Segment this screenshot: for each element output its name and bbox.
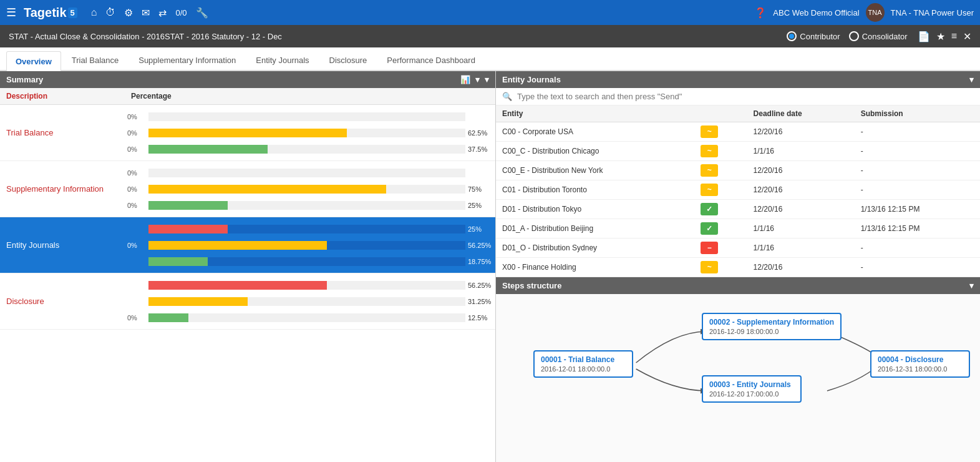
- bar-pct-s2: 0%: [127, 202, 146, 209]
- status-badge: ✓: [701, 203, 718, 215]
- wrench-icon[interactable]: 🔧: [196, 7, 208, 19]
- logo-version: 5: [68, 7, 77, 18]
- collapse-steps-icon[interactable]: ▾: [969, 281, 974, 290]
- tab-trial-balance[interactable]: Trial Balance: [62, 50, 128, 70]
- tab-disclosure[interactable]: Disclosure: [320, 50, 377, 70]
- bar-pct-s0: 0%: [127, 169, 146, 177]
- table-row: C00_E - Distribution New York ~ 12/20/16…: [496, 161, 980, 180]
- entity-submission: 1/13/16 12:15 PM: [855, 219, 980, 238]
- entity-deadline: 1/1/16: [747, 142, 855, 161]
- bar-line-s2: 0% 75%: [125, 182, 495, 196]
- dropdown-icon[interactable]: ▾: [475, 75, 480, 84]
- help-icon[interactable]: ❓: [754, 7, 767, 19]
- avatar: TNA: [866, 3, 885, 22]
- chart-icon[interactable]: 📊: [460, 75, 470, 84]
- consolidator-radio[interactable]: [849, 31, 859, 41]
- menu-icon[interactable]: ☰: [6, 6, 16, 19]
- entity-deadline: 12/20/16: [747, 161, 855, 180]
- entity-status: ~: [694, 180, 747, 200]
- steps-header: Steps structure ▾: [496, 277, 980, 294]
- entity-name: D01_O - Distribution Sydney: [496, 238, 694, 258]
- logo: Tagetik 5: [24, 6, 77, 20]
- left-panel: Summary 📊 ▾ ▾ Description Percentage Tri…: [0, 71, 496, 462]
- step-title-1: 00001 - Trial Balance: [541, 355, 626, 364]
- summary-header-icons: 📊 ▾ ▾: [460, 75, 489, 84]
- tab-entity-journals[interactable]: Entity Journals: [246, 50, 318, 70]
- collapse-ej-icon[interactable]: ▾: [969, 75, 974, 84]
- steps-content: 00001 - Trial Balance 2016-12-01 18:00:0…: [496, 294, 980, 431]
- main-content: Summary 📊 ▾ ▾ Description Percentage Tri…: [0, 71, 980, 462]
- status-icons: 📄 ★ ≡ ✕: [918, 31, 971, 42]
- table-row: D01_A - Distribution Beijing ✓ 1/1/16 1/…: [496, 219, 980, 238]
- entity-submission: -: [855, 142, 980, 161]
- bar-pct-1: 0%: [127, 129, 146, 137]
- bar-line-1: 0%: [125, 110, 495, 124]
- columns-icon[interactable]: ≡: [951, 31, 957, 42]
- bar-track-2: [148, 129, 465, 137]
- tab-performance-dashboard[interactable]: Performance Dashboard: [377, 50, 485, 70]
- row-bars-entity-journals: 25% 0% 56.25% 18.75%: [125, 219, 495, 272]
- entity-deadline: 1/1/16: [747, 238, 855, 258]
- summary-row-entity-journals[interactable]: Entity Journals 25% 0% 56.25%: [0, 217, 495, 273]
- bar-track-e2: [148, 241, 465, 250]
- entity-status: ~: [694, 142, 747, 161]
- gear-icon[interactable]: ⚙: [124, 7, 133, 19]
- bar-fill-s-green: [148, 201, 228, 210]
- row-bars-disclosure: 56.25% 31.25% 0% 12.5%: [125, 275, 495, 328]
- bar-val-e1: 25%: [468, 225, 493, 233]
- bar-val-2: 62.5%: [468, 129, 493, 137]
- entity-deadline: 1/1/16: [747, 219, 855, 238]
- entity-deadline: 12/20/16: [747, 258, 855, 277]
- summary-panel-header: Summary 📊 ▾ ▾: [0, 71, 495, 88]
- search-icon: 🔍: [502, 92, 512, 101]
- mail-icon[interactable]: ✉: [142, 7, 150, 19]
- entity-name: D01 - Distribution Tokyo: [496, 200, 694, 219]
- entity-journals-title: Entity Journals: [502, 75, 561, 84]
- bar-val-e2: 56.25%: [468, 242, 493, 249]
- bar-fill-e-green: [148, 257, 208, 266]
- status-badge: ~: [701, 125, 718, 138]
- bar-val-d3: 12.5%: [468, 314, 493, 322]
- status-badge: ~: [701, 145, 718, 157]
- status-bar: STAT - Actual Close & Consolidation - 20…: [0, 25, 980, 47]
- clock-icon[interactable]: ⏱: [105, 7, 115, 18]
- step-node-entity-journals: 00003 - Entity Journals 2016-12-20 17:00…: [702, 375, 802, 403]
- star-icon[interactable]: ★: [936, 31, 945, 42]
- step-date-4: 2016-12-31 18:00:00.0: [878, 365, 963, 373]
- task-count: 0/0: [175, 8, 187, 17]
- consolidator-option[interactable]: Consolidator: [849, 31, 908, 41]
- entity-name: C01 - Distribution Toronto: [496, 180, 694, 200]
- bar-fill-d-red: [148, 281, 327, 290]
- table-row: C00_C - Distribution Chicago ~ 1/1/16 -: [496, 142, 980, 161]
- document-icon[interactable]: 📄: [918, 31, 930, 42]
- status-badge: ~: [701, 164, 718, 177]
- entity-status: ~: [694, 258, 747, 277]
- tab-overview[interactable]: Overview: [6, 51, 61, 71]
- avatar-image: TNA: [866, 3, 885, 22]
- entity-status: −: [694, 238, 747, 258]
- bar-val-d1: 56.25%: [468, 282, 493, 289]
- right-panel: Entity Journals ▾ 🔍 Entity Deadline date…: [496, 71, 980, 462]
- summary-row-trial-balance: Trial Balance 0% 0% 62.5% 0: [0, 105, 495, 161]
- row-label-entity-journals: Entity Journals: [0, 234, 125, 256]
- bar-val-s2: 75%: [468, 185, 493, 193]
- consolidator-label: Consolidator: [862, 32, 908, 41]
- summary-col-headers: Description Percentage: [0, 88, 495, 105]
- status-badge: ~: [701, 184, 718, 196]
- close-icon[interactable]: ✕: [963, 31, 971, 42]
- home-icon[interactable]: ⌂: [91, 7, 97, 18]
- bar-track-s3: [148, 201, 465, 210]
- contributor-option[interactable]: Contributor: [787, 31, 840, 41]
- tab-supplementary-information[interactable]: Supplementary Information: [129, 50, 245, 70]
- collapse-icon[interactable]: ▾: [485, 75, 489, 84]
- entity-status: ~: [694, 161, 747, 180]
- table-row: X00 - Finance Holding ~ 12/20/16 -: [496, 258, 980, 277]
- entity-submission: -: [855, 258, 980, 277]
- status-badge: −: [701, 242, 718, 254]
- entity-name: C00_C - Distribution Chicago: [496, 142, 694, 161]
- entity-search-input[interactable]: [517, 92, 974, 101]
- bar-pct-s1: 0%: [127, 185, 146, 193]
- shuffle-icon[interactable]: ⇄: [158, 7, 167, 19]
- status-title: STAT - Actual Close & Consolidation - 20…: [9, 32, 282, 41]
- contributor-radio[interactable]: [787, 31, 797, 41]
